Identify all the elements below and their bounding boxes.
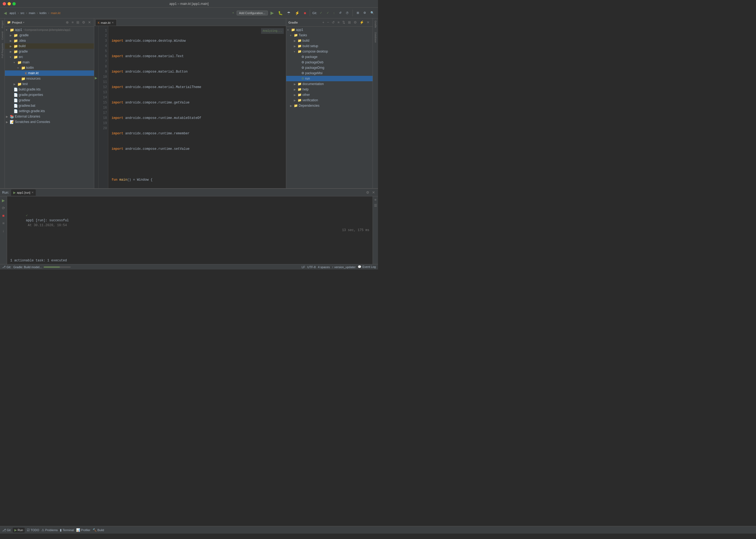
gradle-close-button[interactable]: ✕ — [366, 20, 371, 25]
add-configuration-button[interactable]: Add Configuration... — [237, 11, 268, 16]
version-updater-indicator[interactable]: ↑ version_updater — [332, 266, 356, 269]
tree-item-main[interactable]: ▾ 📁 main — [5, 60, 94, 65]
gradle-item-package[interactable]: ▶ ⚙ package — [286, 54, 373, 60]
tab-close-icon[interactable]: ✕ — [111, 21, 114, 24]
gradle-add-button[interactable]: + — [321, 20, 325, 25]
gradle-item-dependencies[interactable]: ▶ 📁 Dependencies — [286, 103, 373, 108]
search-everywhere-button[interactable]: 🔍 — [369, 11, 376, 15]
sidebar-item-commit[interactable]: Commit — [1, 30, 4, 41]
breadcrumb-src[interactable]: src — [20, 11, 24, 15]
debug-button[interactable]: 🐛 — [276, 10, 284, 16]
run-play-button[interactable]: ▶ — [1, 197, 7, 203]
tree-item-app1[interactable]: ▾ 📁 app1 ~/compose/compose-jb/templates/… — [5, 27, 94, 33]
run-rerun-button[interactable]: ⟳ — [1, 205, 7, 211]
gradle-item-packagedeb[interactable]: ▶ ⚙ packageDeb — [286, 60, 373, 65]
git-check1-button[interactable]: ✓ — [318, 11, 324, 15]
navigate-back-button[interactable]: ◀ — [2, 10, 8, 16]
tree-item-gradle-props[interactable]: ▶ 📄 gradle.properties — [5, 92, 94, 98]
gradle-list-button[interactable]: ≡ — [337, 20, 340, 25]
editor-tab-main-kt[interactable]: K main.kt ✕ — [95, 19, 117, 26]
event-log-indicator[interactable]: 💬 Event Log — [358, 265, 376, 269]
run-stop-button[interactable]: ■ — [1, 213, 7, 219]
gradle-item-compose-desktop[interactable]: ▾ 📁 compose desktop — [286, 49, 373, 54]
minimize-button[interactable] — [8, 2, 11, 5]
tree-item-gradle-hidden[interactable]: ▶ 📁 .gradle — [5, 33, 94, 38]
tree-item-build-gradle[interactable]: ▶ 📄 build.gradle.kts — [5, 87, 94, 92]
tree-item-resources[interactable]: ▶ 📁 resources — [5, 76, 94, 81]
run-arrow-icon[interactable]: ▶ — [95, 76, 97, 80]
indent-indicator[interactable]: 4 spaces — [318, 266, 330, 269]
tree-item-test[interactable]: ▶ 📁 test — [5, 81, 94, 87]
gradle-remove-button[interactable]: − — [326, 20, 330, 25]
project-close-button[interactable]: ✕ — [87, 20, 92, 25]
breadcrumb-kotlin[interactable]: kotlin — [39, 11, 46, 15]
gradle-reload-button[interactable]: ↺ — [331, 20, 335, 25]
maximize-button[interactable] — [13, 2, 16, 5]
sidebar-item-database[interactable]: Database — [374, 31, 377, 44]
gradle-item-build-setup[interactable]: ▶ 📁 build setup — [286, 43, 373, 49]
split-button[interactable]: ⊞ — [355, 11, 361, 15]
bottom-settings-button[interactable]: ⚙ — [365, 190, 370, 195]
tree-item-gradle-folder[interactable]: ▶ 📁 gradle — [5, 49, 94, 54]
profile-button[interactable]: ⚡ — [293, 10, 301, 16]
tree-item-main-kt[interactable]: ▶ K main.kt — [5, 70, 94, 76]
breadcrumb-main[interactable]: main — [29, 11, 35, 15]
breadcrumb-mainkt[interactable]: main.kt — [51, 11, 60, 15]
breadcrumb-app1[interactable]: app1 — [10, 11, 16, 15]
tree-item-gradlew[interactable]: ▶ 📄 gradlew — [5, 98, 94, 103]
locate-file-button[interactable]: ⊕ — [65, 20, 70, 25]
gradle-item-tasks[interactable]: ▾ 📁 Tasks — [286, 33, 373, 38]
scroll-from-source-button[interactable]: ≡ — [71, 20, 74, 25]
line-ending-indicator[interactable]: LF — [302, 266, 305, 269]
gradle-filter-button[interactable]: ⚙ — [353, 20, 358, 25]
gradle-sort-button[interactable]: ⇅ — [341, 20, 346, 25]
bat-file-icon: 📄 — [14, 104, 18, 108]
run-tab-close-icon[interactable]: ✕ — [32, 191, 34, 194]
git-status[interactable]: ⎇ Git: — [2, 265, 11, 269]
gradle-item-verification[interactable]: ▶ 📁 verification — [286, 98, 373, 103]
gradle-expand-button[interactable]: ⊞ — [347, 20, 352, 25]
gradle-item-other[interactable]: ▶ 📁 other — [286, 92, 373, 98]
gradle-item-documentation[interactable]: ▶ 📁 documentation — [286, 81, 373, 87]
git-push-button[interactable]: ↑ — [332, 11, 337, 15]
gradle-item-app1[interactable]: ▾ 📁 app1 — [286, 27, 373, 33]
git-update-button[interactable]: ↺ — [337, 11, 343, 15]
tree-item-settings-gradle[interactable]: ▶ 📄 settings.gradle.kts — [5, 108, 94, 114]
gradle-item-packagemsi[interactable]: ▶ ⚙ packageMsi — [286, 70, 373, 76]
project-settings-button[interactable]: ⚙ — [81, 20, 86, 25]
gradle-item-run[interactable]: ▶ ⚙ run — [286, 76, 373, 81]
close-button[interactable] — [3, 2, 6, 5]
tree-item-build[interactable]: ▶ 📁 build — [5, 43, 94, 49]
tree-item-ext-libs[interactable]: ▶ 📚 External Libraries — [5, 114, 94, 119]
sidebar-item-project[interactable]: Project — [1, 20, 4, 29]
gradle-item-help[interactable]: ▶ 📁 help — [286, 87, 373, 92]
code-editor[interactable]: ▶ 1 2 3 4 5 6 7 8 9 10 11 12 13 14 15 16… — [94, 26, 286, 188]
run-button[interactable]: ▶ — [269, 10, 275, 16]
gradle-settings-button[interactable]: ⚡ — [359, 20, 365, 25]
run-filter-button[interactable]: ≡ — [1, 220, 7, 226]
bottom-tab-run[interactable]: ▶ app1 [run] ✕ — [11, 189, 36, 196]
git-check2-button[interactable]: ✓ — [325, 11, 331, 15]
gradle-item-packagedmg[interactable]: ▶ ⚙ packageDmg — [286, 65, 373, 70]
encoding-indicator[interactable]: UTF-8 — [307, 266, 316, 269]
code-content[interactable]: import androidx.compose.desktop.Window i… — [108, 26, 286, 188]
tree-item-kotlin[interactable]: ▾ 📁 kotlin — [5, 65, 94, 70]
expand-all-button[interactable]: ⊞ — [76, 20, 80, 25]
chevron-down-icon[interactable]: ▾ — [23, 21, 24, 24]
tree-item-gradlew-bat[interactable]: ▶ 📄 gradlew.bat — [5, 103, 94, 108]
sidebar-item-pull-requests[interactable]: Pull Requests — [1, 42, 4, 59]
run-scroll-button[interactable]: ↓ — [1, 228, 7, 234]
run-wrap-button[interactable]: ≡ — [374, 197, 378, 202]
tree-item-scratches[interactable]: ▶ 📝 Scratches and Consoles — [5, 119, 94, 124]
settings-button[interactable]: ⚙ — [362, 11, 368, 15]
bottom-close-button[interactable]: ✕ — [371, 190, 376, 195]
tree-item-src[interactable]: ▾ 📁 src — [5, 54, 94, 60]
navigate-target-button[interactable]: ⌖ — [231, 11, 236, 15]
git-history-button[interactable]: ⏱ — [344, 11, 350, 15]
tree-item-idea[interactable]: ▶ 📁 .idea — [5, 38, 94, 43]
gradle-item-build-task[interactable]: ▶ 📁 build — [286, 38, 373, 43]
stop-button[interactable]: ■ — [302, 10, 308, 16]
run-lines-button[interactable]: ☰ — [373, 203, 378, 208]
coverage-button[interactable]: ☂ — [285, 10, 292, 16]
sidebar-item-gradle[interactable]: Gradle — [374, 20, 377, 29]
